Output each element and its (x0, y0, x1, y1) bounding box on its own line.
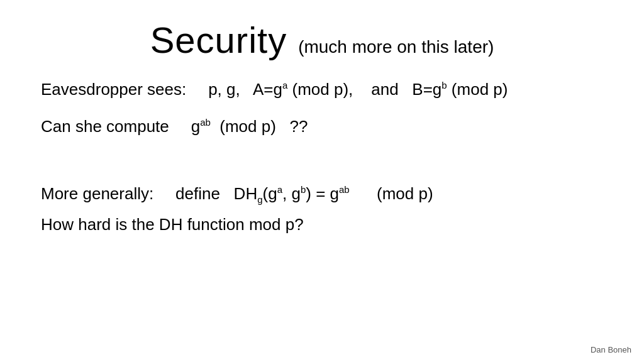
howhard-line: How hard is the DH function mod p? (41, 215, 606, 234)
cancompute-line: Can she compute gab (mod p) ?? (41, 117, 606, 136)
slide-content: Eavesdropper sees: p, g, A=ga (mod p), a… (38, 80, 606, 234)
cancompute-math: gab (mod p) ?? (173, 117, 308, 136)
sub-g: g (257, 194, 262, 205)
sup-ab-1: ab (200, 117, 211, 128)
attribution: Dan Boneh (591, 345, 631, 354)
moregenerally-line: More generally: define DHg(ga, gb) = gab… (41, 184, 606, 204)
slide: Security (much more on this later) Eaves… (0, 0, 644, 362)
sup-a2: a (277, 184, 282, 195)
slide-subtitle: (much more on this later) (298, 37, 494, 57)
moregenerally-math: define DHg(ga, gb) = gab (mod p) (157, 184, 433, 204)
sup-b2: b (301, 184, 306, 195)
slide-title: Security (150, 19, 287, 61)
cancompute-label: Can she compute (41, 117, 169, 136)
eavesdropper-label: Eavesdropper sees: (41, 80, 186, 99)
sup-a: a (282, 80, 287, 90)
eavesdropper-math: p, g, A=ga (mod p), and B=gb (mod p) (190, 80, 508, 99)
title-row: Security (much more on this later) (38, 19, 606, 61)
sup-b: b (441, 80, 447, 90)
sup-ab-2: ab (339, 184, 350, 195)
moregenerally-label: More generally: (41, 184, 153, 204)
howhard-text: How hard is the DH function mod p? (41, 215, 304, 234)
eavesdropper-line: Eavesdropper sees: p, g, A=ga (mod p), a… (41, 80, 606, 99)
